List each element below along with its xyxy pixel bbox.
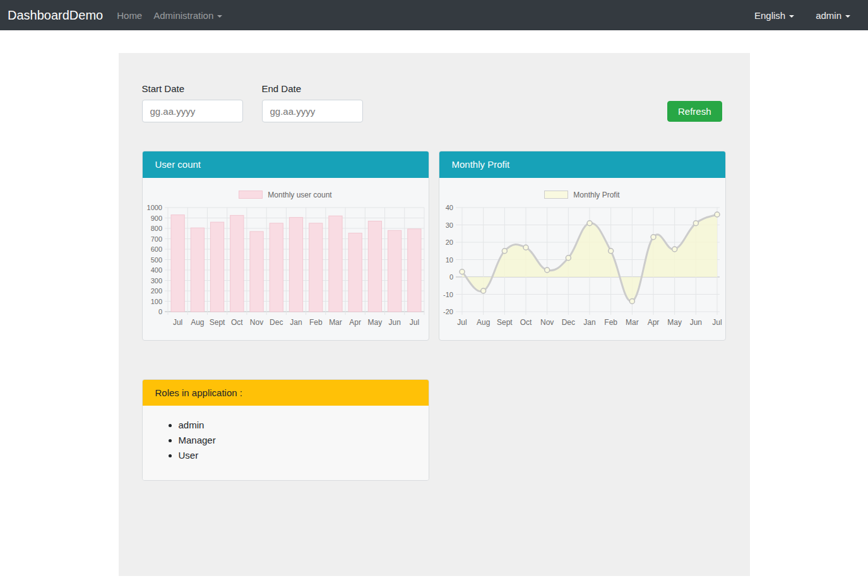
data-point [693, 221, 698, 226]
user-menu-dropdown[interactable]: admin [816, 10, 850, 21]
svg-text:200: 200 [150, 287, 162, 295]
line-legend-label: Monthly Profit [573, 191, 619, 199]
svg-text:10: 10 [445, 256, 453, 264]
monthly-profit-panel: Monthly Profit Monthly Profit 403020100-… [439, 151, 726, 341]
svg-text:Jun: Jun [388, 318, 400, 327]
svg-text:700: 700 [150, 235, 162, 243]
svg-text:900: 900 [150, 215, 162, 222]
svg-text:Jul: Jul [172, 318, 182, 327]
svg-text:300: 300 [150, 277, 162, 285]
navbar-right: English admin [754, 10, 850, 21]
svg-text:Sept: Sept [496, 318, 512, 327]
svg-text:-20: -20 [443, 308, 453, 315]
user-count-bar-chart: 10009008007006005004003002001000JulAugSe… [143, 199, 429, 340]
svg-text:Jul: Jul [712, 318, 722, 327]
charts-row: User count Monthly user count 1000900800… [142, 151, 727, 341]
start-date-label: Start Date [142, 83, 243, 94]
bar [230, 215, 243, 312]
bar-chart-grid: 10009008007006005004003002001000 [146, 204, 424, 315]
main-container: Start Date End Date Refresh User count M… [119, 53, 750, 576]
nav-item-administration-dropdown[interactable]: Administration [153, 10, 222, 21]
nav-item-home[interactable]: Home [117, 10, 142, 21]
svg-text:800: 800 [150, 225, 162, 232]
svg-text:Jan: Jan [583, 318, 595, 327]
end-date-label: End Date [262, 83, 363, 94]
svg-text:Jun: Jun [689, 318, 701, 327]
user-count-panel-header: User count [143, 151, 429, 178]
svg-text:500: 500 [150, 256, 162, 264]
bar [270, 223, 283, 312]
data-point [460, 269, 465, 274]
monthly-profit-line-chart: 403020100-10-20JulAugSeptOctNovDecJanFeb… [439, 199, 726, 340]
role-item: Manager [179, 435, 429, 445]
svg-text:Apr: Apr [647, 318, 659, 327]
data-point [608, 249, 613, 254]
nav-links: Home Administration [117, 10, 222, 21]
svg-text:1000: 1000 [146, 204, 162, 211]
chevron-down-icon [789, 15, 794, 18]
start-date-input[interactable] [142, 100, 243, 122]
svg-text:Dec: Dec [270, 318, 283, 327]
bar [309, 223, 322, 312]
roles-list: adminManagerUser [143, 420, 429, 461]
bar [171, 215, 184, 312]
svg-text:600: 600 [150, 245, 162, 253]
svg-text:Mar: Mar [625, 318, 638, 327]
brand-link[interactable]: DashboardDemo [8, 8, 103, 23]
data-point [566, 256, 571, 261]
user-count-legend: Monthly user count [143, 190, 429, 199]
data-point [502, 249, 507, 254]
start-date-group: Start Date [142, 83, 243, 122]
roles-panel-header: Roles in application : [143, 380, 429, 406]
data-point [587, 221, 592, 226]
svg-text:20: 20 [445, 238, 453, 246]
bar-chart-x-labels: JulAugSeptOctNovDecJanFebMarAprMayJunJul [172, 318, 419, 327]
svg-text:0: 0 [449, 273, 453, 281]
chevron-down-icon [217, 15, 222, 18]
nav-item-administration-label: Administration [153, 10, 213, 21]
data-point [715, 212, 720, 217]
role-item: admin [179, 420, 429, 430]
data-point [523, 245, 528, 250]
svg-text:100: 100 [150, 298, 162, 305]
language-dropdown[interactable]: English [754, 10, 794, 21]
svg-text:May: May [667, 318, 682, 327]
svg-text:Jan: Jan [290, 318, 302, 327]
line-chart-x-labels: JulAugSeptOctNovDecJanFebMarAprMayJunJul [457, 318, 722, 327]
svg-text:0: 0 [158, 308, 162, 315]
svg-text:Jul: Jul [457, 318, 467, 327]
role-item: User [179, 450, 429, 461]
bar [348, 233, 362, 312]
svg-text:Mar: Mar [329, 318, 342, 327]
data-point [544, 268, 549, 273]
svg-text:Nov: Nov [249, 318, 263, 327]
svg-text:Feb: Feb [604, 318, 617, 327]
svg-text:Sept: Sept [209, 318, 225, 327]
end-date-group: End Date [262, 83, 363, 122]
filter-row: Start Date End Date Refresh [142, 83, 727, 122]
bar-series [171, 215, 421, 312]
svg-text:Aug: Aug [476, 318, 489, 327]
roles-panel: Roles in application : adminManagerUser [142, 379, 429, 481]
bar [368, 221, 381, 312]
data-point [651, 235, 656, 240]
navbar: DashboardDemo Home Administration Englis… [0, 0, 868, 30]
monthly-profit-panel-body: Monthly Profit 403020100-10-20JulAugSept… [439, 178, 725, 340]
monthly-profit-legend: Monthly Profit [439, 190, 725, 199]
page: DashboardDemo Home Administration Englis… [0, 0, 868, 588]
svg-text:Oct: Oct [230, 318, 242, 327]
end-date-input[interactable] [262, 100, 363, 122]
roles-panel-body: adminManagerUser [143, 406, 429, 480]
bar-legend-swatch [239, 191, 263, 199]
refresh-button[interactable]: Refresh [667, 101, 722, 122]
line-legend-swatch [544, 191, 568, 199]
monthly-profit-panel-header: Monthly Profit [439, 151, 725, 178]
data-point [629, 299, 634, 304]
svg-text:Nov: Nov [540, 318, 553, 327]
user-menu-label: admin [816, 10, 841, 21]
bar [407, 229, 420, 312]
data-point [672, 247, 677, 252]
user-count-panel: User count Monthly user count 1000900800… [142, 151, 429, 341]
bar [388, 230, 401, 312]
bar [328, 216, 342, 312]
